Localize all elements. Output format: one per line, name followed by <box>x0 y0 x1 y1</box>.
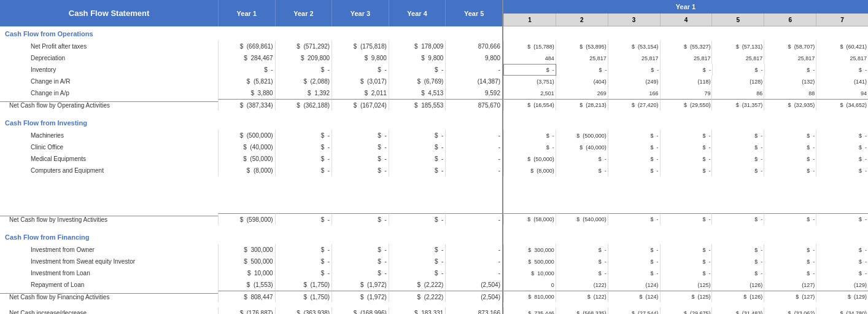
left-header: Cash Flow Statement Year 1 Year 2 Year 3… <box>0 0 502 26</box>
r-ar: (3,751) (404) (249) (118) (128) (132) (1… <box>503 76 868 87</box>
sheet-title: Cash Flow Statement <box>0 0 218 26</box>
investing-section-header: Cash Flow from Investing <box>0 116 502 130</box>
ar-row: Change in A/R $ (5,821) $ (2,088) $ (3,0… <box>0 76 502 87</box>
inventory-row: Inventory $ - $ - $ - $ - - <box>0 64 502 76</box>
np-y1: $ (669,861) <box>218 41 275 52</box>
financing-section-header: Cash Flow from Financing <box>0 230 502 244</box>
medical-equip-row: Medical Equipments $ (50,000) $ - $ - $ … <box>0 153 502 165</box>
r-machineries: $ - $ (500,000) $ - $ - $ - $ - $ - <box>503 130 868 141</box>
year1-header: Year 1 <box>218 0 275 26</box>
r-inv-owner: $ 300,000 $ - $ - $ - $ - $ - $ - <box>503 244 868 256</box>
r-computers: $ (8,000) $ - $ - $ - $ - $ - $ - <box>503 165 868 176</box>
r-repay-loan: 0 (122) (124) (125) (126) (127) (129) <box>503 279 868 291</box>
r-inv-loan: $ 10,000 $ - $ - $ - $ - $ - $ - <box>503 267 868 279</box>
depreciation-row: Depreciation $ 284,467 $ 209,800 $ 9,800… <box>0 52 502 64</box>
year2-header: Year 2 <box>275 0 332 26</box>
np-y5: 870,666 <box>445 41 502 52</box>
r-depreciation: 484 25,817 25,817 25,817 25,817 25,817 2… <box>503 52 868 64</box>
repay-loan-row: Repayment of Loan $ (1,553) $ (1,750) $ … <box>0 279 502 291</box>
r-inventory: $ - $ - $ - $ - $ - $ - $ - <box>503 64 868 76</box>
inv-owner-row: Investment from Owner $ 300,000 $ - $ - … <box>0 244 502 256</box>
r-inv-sweat: $ 500,000 $ - $ - $ - $ - $ - $ - <box>503 256 868 267</box>
left-panel: Cash Flow Statement Year 1 Year 2 Year 3… <box>0 0 503 314</box>
r-fin-sub: $ 810,000 $ (122) $ (124) $ (125) $ (126… <box>503 291 868 302</box>
clinic-office-row: Clinic Office $ (40,000) $ - $ - $ - - <box>0 141 502 153</box>
r-ops-sub: $ (16,554) $ (28,213) $ (27,420) $ (29,5… <box>503 99 868 111</box>
inv-loan-row: Investment from Loan $ 10,000 $ - $ - $ … <box>0 267 502 279</box>
r-ap: 2,501 269 166 79 86 88 94 <box>503 87 868 99</box>
r-net-profit: $ (15,788) $ (53,895) $ (53,154) $ (55,3… <box>503 41 868 52</box>
investing-subtotal-row: Net Cash flow by Investing Activities $ … <box>0 213 502 225</box>
np-y2: $ (571,292) <box>275 41 332 52</box>
ap-row: Change in A/p $ 3,880 $ 1,392 $ 2,011 $ … <box>0 87 502 99</box>
net-change-row: Net Cash increase/decrease $ (176,887) $… <box>0 307 502 314</box>
r-net-change: $ 735,446 $ (568,335) $ (27,544) $ (29,6… <box>503 307 868 314</box>
spreadsheet: Cash Flow Statement Year 1 Year 2 Year 3… <box>0 0 868 314</box>
np-y4: $ 178,009 <box>389 41 446 52</box>
operations-section-header: Cash Flow from Operations <box>0 26 502 41</box>
right-header: Year 1 1 2 3 4 5 6 7 <box>503 0 868 26</box>
r-medical: $ (50,000) $ - $ - $ - $ - $ - $ - <box>503 153 868 165</box>
year5-header: Year 5 <box>445 0 502 26</box>
r-clinic: $ - $ (40,000) $ - $ - $ - $ - $ - <box>503 141 868 153</box>
financing-subtotal-row: Net Cash flow by Financing Activities $ … <box>0 291 502 302</box>
computers-row: Computers and Equipment $ (8,000) $ - $ … <box>0 165 502 176</box>
right-panel: Year 1 1 2 3 4 5 6 7 $ (15,788) $ (53,89… <box>503 0 868 314</box>
net-profit-row: Net Profit after taxes $ (669,861) $ (57… <box>0 41 502 52</box>
right-year-label: Year 1 <box>503 0 868 14</box>
ops-subtotal-row: Net Cash flow by Operating Activities $ … <box>0 99 502 111</box>
r-inv-sub: $ (58,000) $ (540,000) $ - $ - $ - $ - $… <box>503 213 868 225</box>
year3-header: Year 3 <box>331 0 389 26</box>
year4-header: Year 4 <box>389 0 446 26</box>
machineries-row: Machineries $ (500,000) $ - $ - $ - - <box>0 130 502 141</box>
inv-sweat-row: Investment from Sweat equity Investor $ … <box>0 256 502 267</box>
right-sub-header: 1 2 3 4 5 6 7 <box>503 14 868 26</box>
np-y3: $ (175,818) <box>331 41 389 52</box>
